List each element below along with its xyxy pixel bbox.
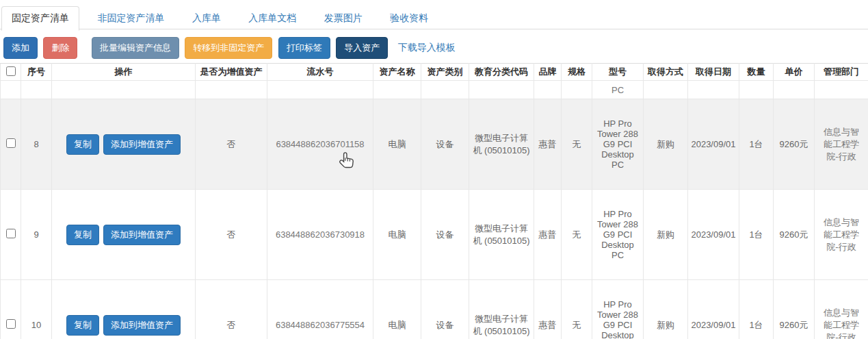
brand-cell: 惠普 xyxy=(534,99,562,190)
col-header-edu-code: 教育分类代码 xyxy=(469,64,534,81)
select-all-checkbox[interactable] xyxy=(6,66,16,76)
table-header-row: 序号 操作 是否为增值资产 流水号 资产名称 资产类别 教育分类代码 品牌 规格… xyxy=(1,64,868,81)
date-cell: 2023/09/01 xyxy=(688,280,739,339)
tab-inbound-order[interactable]: 入库单 xyxy=(183,7,231,30)
qty-cell: 1台 xyxy=(739,190,774,280)
brand-cell: 惠普 xyxy=(534,190,562,280)
copy-button[interactable]: 复制 xyxy=(66,134,99,155)
actions-cell: 复制添加到增值资产 xyxy=(52,99,196,190)
row-checkbox[interactable] xyxy=(6,138,16,148)
copy-button[interactable]: 复制 xyxy=(66,225,99,245)
row-checkbox[interactable] xyxy=(6,229,16,238)
table-row: 8 复制添加到增值资产 否 638448862036701158 电脑 设备 微… xyxy=(1,99,868,190)
col-header-method: 取得方式 xyxy=(644,64,688,81)
tab-invoice-images[interactable]: 发票图片 xyxy=(315,7,372,30)
col-header-serial: 流水号 xyxy=(267,64,373,81)
actions-cell: 复制添加到增值资产 xyxy=(52,280,196,339)
spec-cell: 无 xyxy=(562,280,592,339)
col-header-brand: 品牌 xyxy=(534,64,562,81)
tab-bar: 固定资产清单 非固定资产清单 入库单 入库单文档 发票图片 验收资料 xyxy=(0,0,868,29)
edu-code-cell: 微型电子计算机 (05010105) xyxy=(469,190,534,280)
delete-button[interactable]: 删除 xyxy=(43,37,77,59)
transfer-to-non-fixed-button[interactable]: 转移到非固定资产 xyxy=(185,37,272,59)
add-button[interactable]: 添加 xyxy=(3,37,38,59)
select-all-cell xyxy=(1,64,21,81)
table-row: 10 复制添加到增值资产 否 638448862036775554 电脑 设备 … xyxy=(1,280,868,339)
copy-button[interactable]: 复制 xyxy=(66,315,99,336)
value-added-cell: 否 xyxy=(196,99,267,190)
tab-non-fixed-asset-list[interactable]: 非固定资产清单 xyxy=(88,7,174,30)
serial-cell: 638448862036775554 xyxy=(267,280,373,339)
spec-cell: 无 xyxy=(562,99,592,190)
seq-cell: 8 xyxy=(21,99,52,190)
spec-cell: 无 xyxy=(562,190,592,280)
price-cell: 9260元 xyxy=(774,280,815,339)
col-header-asset-name: 资产名称 xyxy=(373,64,421,81)
table-row-partial: PC xyxy=(1,81,868,99)
col-header-price: 单价 xyxy=(774,64,815,81)
col-header-seq: 序号 xyxy=(21,64,52,81)
batch-edit-assets-button[interactable]: 批量编辑资产信息 xyxy=(92,37,179,59)
date-cell: 2023/09/01 xyxy=(688,190,739,280)
col-header-actions: 操作 xyxy=(52,64,196,81)
dept-cell: 信息与智能工程学院-行政 xyxy=(815,99,868,190)
print-label-button[interactable]: 打印标签 xyxy=(278,37,330,59)
import-assets-button[interactable]: 导入资产 xyxy=(336,37,388,59)
download-import-template-link[interactable]: 下载导入模板 xyxy=(398,42,456,54)
actions-cell: 复制添加到增值资产 xyxy=(52,190,196,280)
col-header-dept: 管理部门 xyxy=(815,64,868,81)
date-cell: 2023/09/01 xyxy=(688,99,739,190)
tab-fixed-asset-list[interactable]: 固定资产清单 xyxy=(1,6,79,31)
toolbar: 添加 删除 批量编辑资产信息 转移到非固定资产 打印标签 导入资产 下载导入模板 xyxy=(0,29,868,63)
dept-cell: 信息与智能工程学院-行政 xyxy=(815,280,868,339)
value-added-cell: 否 xyxy=(196,280,267,339)
asset-name-cell: 电脑 xyxy=(373,280,421,339)
col-header-date: 取得日期 xyxy=(688,64,739,81)
tab-acceptance-materials[interactable]: 验收资料 xyxy=(380,7,438,30)
brand-cell: 惠普 xyxy=(534,280,562,339)
method-cell: 新购 xyxy=(644,280,688,339)
table-row: 9 复制添加到增值资产 否 638448862036730918 电脑 设备 微… xyxy=(1,190,868,280)
method-cell: 新购 xyxy=(644,99,688,190)
seq-cell: 10 xyxy=(21,280,52,339)
category-cell: 设备 xyxy=(421,280,469,339)
col-header-category: 资产类别 xyxy=(421,64,469,81)
col-header-value-added: 是否为增值资产 xyxy=(196,64,267,81)
edu-code-cell: 微型电子计算机 (05010105) xyxy=(469,280,534,339)
edu-code-cell: 微型电子计算机 (05010105) xyxy=(469,99,534,190)
model-cell: HP Pro Tower 288 G9 PCI Desktop PC xyxy=(592,99,644,190)
method-cell: 新购 xyxy=(644,190,688,280)
dept-cell: 信息与智能工程学院-行政 xyxy=(815,190,868,280)
col-header-qty: 数量 xyxy=(739,64,774,81)
add-to-value-added-button[interactable]: 添加到增值资产 xyxy=(103,315,181,336)
col-header-spec: 规格 xyxy=(562,64,592,81)
category-cell: 设备 xyxy=(421,190,469,280)
asset-name-cell: 电脑 xyxy=(373,190,421,280)
seq-cell: 9 xyxy=(21,190,52,280)
category-cell: 设备 xyxy=(421,99,469,190)
row-checkbox[interactable] xyxy=(6,319,16,329)
asset-name-cell: 电脑 xyxy=(373,99,421,190)
serial-cell: 638448862036701158 xyxy=(267,99,373,190)
asset-management-page: 固定资产清单 非固定资产清单 入库单 入库单文档 发票图片 验收资料 添加 删除… xyxy=(0,0,868,339)
add-to-value-added-button[interactable]: 添加到增值资产 xyxy=(103,225,181,245)
qty-cell: 1台 xyxy=(739,99,774,190)
value-added-cell: 否 xyxy=(196,190,267,280)
price-cell: 9260元 xyxy=(774,99,815,190)
serial-cell: 638448862036730918 xyxy=(267,190,373,280)
model-cell: HP Pro Tower 288 G9 PCI Desktop PC xyxy=(592,280,644,339)
add-to-value-added-button[interactable]: 添加到增值资产 xyxy=(103,134,181,155)
model-cell: HP Pro Tower 288 G9 PCI Desktop PC xyxy=(592,190,644,280)
price-cell: 9260元 xyxy=(774,190,815,280)
qty-cell: 1台 xyxy=(739,280,774,339)
model-cell-partial: PC xyxy=(592,81,644,99)
tab-inbound-order-docs[interactable]: 入库单文档 xyxy=(239,7,306,30)
col-header-model: 型号 xyxy=(592,64,644,81)
fixed-asset-table: 序号 操作 是否为增值资产 流水号 资产名称 资产类别 教育分类代码 品牌 规格… xyxy=(0,63,868,339)
